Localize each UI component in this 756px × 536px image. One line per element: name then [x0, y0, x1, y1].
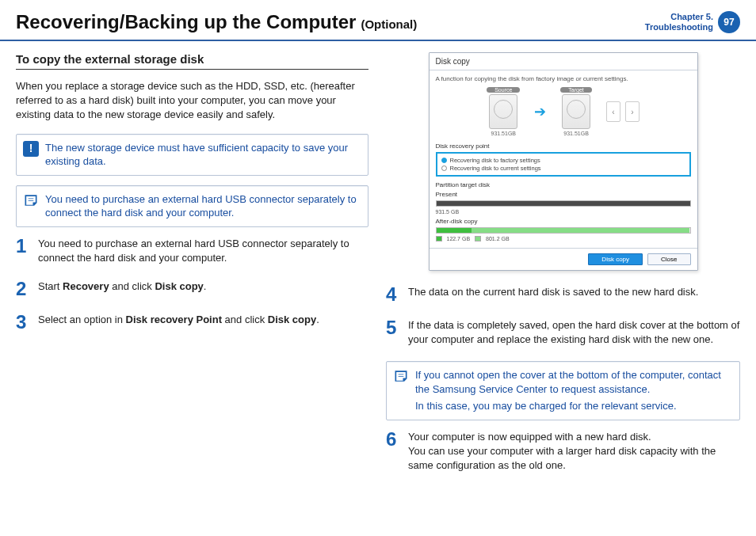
source-drive: Source 931.51GB — [487, 87, 520, 136]
hdd-icon — [489, 94, 517, 129]
after-bar — [436, 227, 691, 234]
step-5-text: If the data is completely saved, open th… — [408, 318, 740, 347]
disk-copy-screenshot: Disk copy A function for copying the dis… — [429, 52, 698, 271]
window-subtitle: A function for copying the disk from fac… — [436, 75, 691, 82]
step-3: 3 Select an option in Disk recovery Poin… — [16, 313, 368, 332]
present-bar — [436, 200, 691, 207]
step-1: 1 You need to purchase an external hard … — [16, 237, 368, 265]
target-pager: ‹ › — [606, 101, 640, 122]
step-3-text: Select an option in Disk recovery Point … — [38, 313, 368, 332]
chapter-line2: Troubleshooting — [645, 22, 713, 32]
step-number: 1 — [16, 237, 30, 265]
page-title-suffix: (Optional) — [361, 17, 417, 31]
step-2-text: Start Recovery and click Disk copy. — [38, 279, 368, 298]
target-badge: Target — [560, 87, 591, 93]
present-label: Present — [436, 191, 691, 198]
callout-note-right: If you cannot open the cover at the bott… — [386, 361, 740, 420]
step-6-text: Your computer is now equipped with a new… — [408, 430, 740, 473]
step-2: 2 Start Recovery and click Disk copy. — [16, 279, 368, 298]
present-size: 931.5 GB — [436, 209, 460, 215]
next-target-button[interactable]: › — [625, 101, 640, 122]
close-button[interactable]: Close — [647, 253, 690, 265]
after-right: 801.2 GB — [486, 236, 510, 241]
note-icon — [393, 368, 409, 384]
intro-paragraph: When you replace a storage device such a… — [16, 79, 368, 123]
prev-target-button[interactable]: ‹ — [606, 101, 620, 122]
callout-note-right-line2: In this case, you may be charged for the… — [415, 399, 731, 413]
after-label: After-disk copy — [436, 218, 691, 225]
step-number: 5 — [386, 318, 400, 347]
page-header: Recovering/Backing up the Computer (Opti… — [0, 0, 756, 41]
step-6: 6 Your computer is now equipped with a n… — [386, 430, 740, 473]
step-1-text: You need to purchase an external hard US… — [38, 237, 368, 265]
step-number: 2 — [16, 279, 30, 298]
step-number: 3 — [16, 313, 30, 332]
page-number-badge: 97 — [718, 11, 740, 33]
recovery-point-group: Recovering disk to factory settings Reco… — [436, 152, 691, 177]
callout-note-right-line1: If you cannot open the cover at the bott… — [415, 368, 731, 396]
left-column: To copy the external storage disk When y… — [16, 52, 368, 488]
radio-current[interactable]: Recovering disk to current settings — [441, 165, 685, 172]
step-number: 4 — [386, 285, 400, 304]
callout-important-text: The new storage device must have suffici… — [45, 142, 348, 168]
right-column: Disk copy A function for copying the dis… — [386, 52, 740, 488]
step-4: 4 The data on the current hard disk is s… — [386, 285, 740, 304]
callout-note-text: You need to purchase an external hard US… — [45, 193, 357, 219]
step-number: 6 — [386, 430, 400, 473]
window-title: Disk copy — [430, 53, 697, 70]
step-5: 5 If the data is completely saved, open … — [386, 318, 740, 347]
step-4-text: The data on the current hard disk is sav… — [408, 285, 740, 304]
chapter-line1: Chapter 5. — [645, 12, 713, 22]
partition-label: Partition target disk — [436, 181, 691, 188]
callout-note: You need to purchase an external hard US… — [16, 185, 368, 227]
recovery-point-label: Disk recovery point — [436, 143, 691, 150]
source-badge: Source — [487, 87, 520, 93]
hdd-icon — [562, 94, 590, 129]
chapter-block: Chapter 5. Troubleshooting 97 — [645, 11, 740, 33]
note-icon — [23, 192, 39, 208]
section-subtitle: To copy the external storage disk — [16, 52, 368, 70]
important-icon: ! — [23, 141, 39, 157]
after-left: 122.7 GB — [447, 236, 471, 241]
page-title: Recovering/Backing up the Computer — [16, 11, 356, 33]
callout-important: ! The new storage device must have suffi… — [16, 134, 368, 176]
disk-copy-button[interactable]: Disk copy — [588, 253, 643, 265]
target-drive: Target 931.51GB — [560, 87, 591, 136]
arrow-right-icon: ➔ — [534, 103, 546, 120]
target-size: 931.51GB — [563, 131, 589, 136]
radio-factory[interactable]: Recovering disk to factory settings — [441, 157, 685, 164]
source-size: 931.51GB — [491, 131, 517, 136]
